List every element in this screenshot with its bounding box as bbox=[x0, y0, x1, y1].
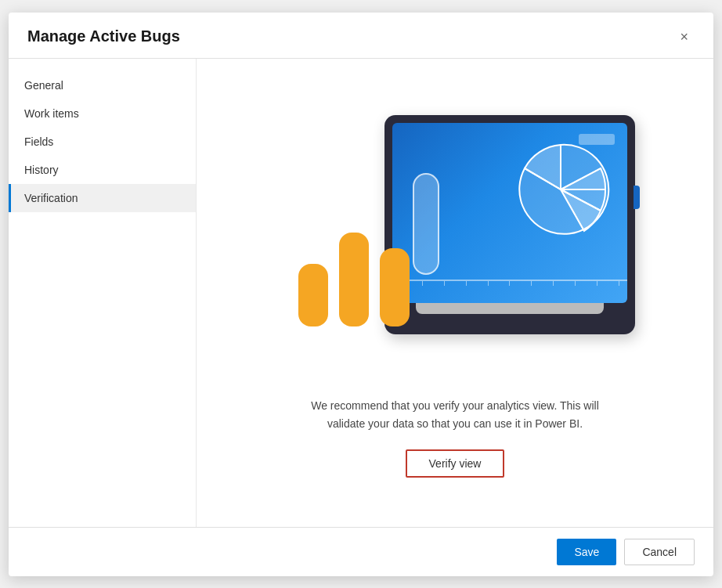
bar-3 bbox=[380, 248, 410, 326]
dialog-header: Manage Active Bugs × bbox=[9, 13, 713, 59]
verification-illustration bbox=[251, 107, 659, 373]
verify-view-button[interactable]: Verify view bbox=[406, 449, 505, 478]
manage-active-bugs-dialog: Manage Active Bugs × General Work items … bbox=[9, 13, 713, 576]
main-content: We recommend that you verify your analyt… bbox=[197, 59, 713, 527]
sidebar-item-fields[interactable]: Fields bbox=[9, 128, 196, 156]
bar-1 bbox=[298, 264, 328, 326]
bar-2 bbox=[339, 233, 369, 326]
dialog-footer: Save Cancel bbox=[9, 527, 713, 576]
tablet-base bbox=[416, 303, 604, 314]
tablet-illustration bbox=[384, 115, 635, 334]
sidebar-item-history[interactable]: History bbox=[9, 156, 196, 184]
sidebar-item-work-items[interactable]: Work items bbox=[9, 99, 196, 128]
bar-chart-illustration bbox=[298, 233, 410, 326]
tablet-vertical-bar bbox=[413, 173, 439, 275]
sidebar-item-general[interactable]: General bbox=[9, 71, 196, 99]
tablet-screen bbox=[392, 123, 627, 303]
tablet-side-button bbox=[634, 186, 640, 209]
cancel-button[interactable]: Cancel bbox=[624, 539, 695, 565]
dialog-body: General Work items Fields History Verifi… bbox=[9, 59, 713, 527]
verification-description: We recommend that you verify your analyt… bbox=[306, 397, 604, 432]
close-button[interactable]: × bbox=[673, 27, 695, 47]
pie-chart-illustration bbox=[510, 139, 612, 240]
sidebar-item-verification[interactable]: Verification bbox=[9, 184, 196, 212]
tick-marks bbox=[400, 281, 619, 286]
sidebar: General Work items Fields History Verifi… bbox=[9, 59, 197, 527]
save-button[interactable]: Save bbox=[557, 539, 616, 565]
dialog-title: Manage Active Bugs bbox=[27, 27, 180, 45]
